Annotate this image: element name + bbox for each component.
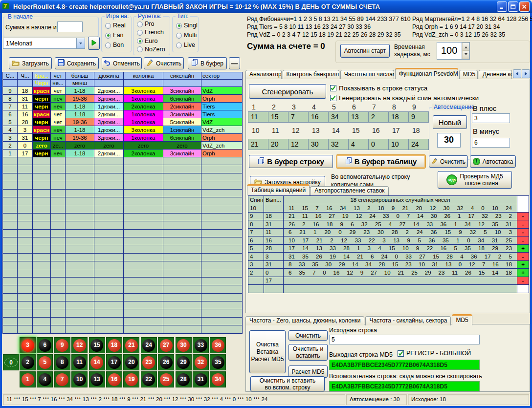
tab-scroll-left-icon[interactable] — [513, 69, 521, 78]
roulette-cell-18[interactable]: 18 — [106, 337, 122, 353]
clear-generated-button[interactable]: Очистить — [429, 155, 468, 168]
roulette-cell-34[interactable]: 34 — [210, 371, 226, 387]
preset-combobox[interactable]: 1Melonati — [3, 38, 85, 49]
roulette-cell-29[interactable]: 29 — [176, 354, 192, 370]
tab-scroll-right-icon[interactable] — [522, 69, 530, 78]
tab-analyzer[interactable]: Анализатор — [245, 70, 282, 79]
history-col-header[interactable]: чет — [51, 72, 66, 80]
roulette-cell-11[interactable]: 11 — [71, 354, 88, 370]
roulette-cell-14[interactable]: 14 — [89, 354, 105, 370]
start-sum-input[interactable] — [57, 21, 83, 32]
check-md5-button[interactable]: МД5 Проверить МД5после спина — [438, 171, 512, 189]
history-col-header[interactable]: больш — [66, 72, 94, 80]
maximize-button[interactable] — [508, 1, 518, 12]
history-col-header[interactable]: Ч... — [18, 72, 33, 80]
radio-live[interactable]: Live — [176, 42, 198, 48]
minus-input[interactable]: 6 — [472, 138, 510, 148]
history-col-header[interactable]: сикслайн — [163, 72, 201, 80]
roulette-cell-24[interactable]: 24 — [141, 337, 157, 353]
roulette-cell-33[interactable]: 33 — [193, 337, 209, 353]
radio-fan[interactable]: Fan — [105, 32, 131, 39]
roulette-cell-35[interactable]: 35 — [210, 354, 226, 370]
tab-freq-zero[interactable]: Частота - Zero, шансы, дюжины, колонки — [245, 316, 364, 325]
uppercase-checkbox[interactable] — [398, 350, 404, 357]
roulette-cell-23[interactable]: 23 — [141, 354, 157, 370]
roulette-cell-21[interactable]: 21 — [123, 337, 139, 353]
history-col-header[interactable]: С... — [3, 72, 18, 80]
radio-bon[interactable]: Bon — [105, 42, 131, 48]
minimize-button[interactable] — [497, 1, 507, 12]
close-button[interactable] — [519, 1, 530, 12]
history-col-header[interactable] — [94, 80, 124, 87]
autospin-start-button[interactable]: Автоспин старт — [340, 44, 390, 58]
radio-singl[interactable]: Singl — [176, 22, 198, 29]
history-col-header[interactable] — [201, 80, 243, 87]
auto-generate-checkbox[interactable] — [330, 95, 336, 101]
history-col-header[interactable] — [3, 80, 18, 87]
roulette-cell-31[interactable]: 31 — [193, 371, 209, 387]
tab-autobet[interactable]: Автопроставление ставок — [310, 186, 388, 195]
roulette-cell-19[interactable]: 19 — [123, 371, 139, 387]
tab-freq-sixlines[interactable]: Частота - сиклайны, сектора — [365, 316, 451, 325]
delay-spinner[interactable]: 100 — [437, 42, 470, 60]
history-col-header[interactable] — [124, 80, 163, 87]
spinner-up-icon[interactable] — [462, 43, 469, 51]
roulette-cell-9[interactable]: 9 — [54, 337, 70, 353]
roulette-cell-8[interactable]: 8 — [54, 354, 70, 370]
radio-multi[interactable]: Multi — [176, 32, 198, 39]
tab-division[interactable]: Деление ко — [479, 70, 512, 79]
roulette-cell-5[interactable]: 5 — [37, 354, 53, 370]
radio-french[interactable]: French — [137, 29, 170, 36]
tab-md5[interactable]: MD5 — [459, 70, 478, 79]
clear-paste-aux-button[interactable]: Очистить и вставитьво вспом. строку — [250, 376, 325, 391]
history-col-header[interactable]: не... — [51, 80, 66, 87]
history-col-header[interactable]: менш — [66, 80, 94, 87]
radio-real[interactable]: Real — [105, 22, 131, 29]
undo-button[interactable]: Отменить — [102, 57, 142, 69]
roulette-cell-13[interactable]: 13 — [89, 371, 105, 387]
roulette-cell-36[interactable]: 36 — [210, 337, 226, 353]
roulette-cell-25[interactable]: 25 — [158, 371, 174, 387]
roulette-cell-4[interactable]: 4 — [37, 371, 53, 387]
save-button[interactable]: Сохранить — [55, 57, 99, 69]
play-button[interactable] — [88, 37, 100, 50]
roulette-cell-1[interactable]: 1 — [20, 371, 36, 387]
radio-euro[interactable]: Euro — [137, 38, 170, 44]
collapse-button[interactable]: — — [229, 57, 240, 69]
aux-string-field[interactable]: E4DA3B7FBBCE2345D7772B0674A318D5 — [329, 381, 480, 391]
roulette-cell-16[interactable]: 16 — [106, 371, 122, 387]
roulette-cell-20[interactable]: 20 — [123, 354, 139, 370]
radio-nozero[interactable]: NoZero — [137, 46, 170, 53]
history-col-header[interactable]: Кра... — [33, 72, 51, 80]
load-button[interactable]: Загрузить — [9, 57, 52, 69]
shift-value-field[interactable]: 30 — [437, 133, 461, 148]
roulette-cell-6[interactable]: 6 — [37, 337, 53, 353]
title-bar[interactable]: 7 HelperRoullet 4.8- create helperroulle… — [0, 0, 532, 13]
md5-clear-button[interactable]: Очистить — [288, 330, 328, 341]
history-col-header[interactable] — [18, 80, 33, 87]
roulette-cell-30[interactable]: 30 — [176, 337, 192, 353]
show-status-checkbox[interactable] — [330, 85, 336, 91]
source-string-input[interactable]: 5 — [329, 335, 480, 344]
roulette-cell-26[interactable]: 26 — [158, 354, 174, 370]
buffer-row-button[interactable]: В буфер строку — [249, 155, 333, 168]
md5-multi-button[interactable]: ОчисткаВставкаРасчет MD5 — [249, 330, 286, 373]
roulette-cell-7[interactable]: 7 — [54, 371, 70, 387]
history-col-header[interactable] — [163, 80, 201, 87]
autobet-button[interactable]: ! Автоставка — [470, 155, 516, 168]
clear-button[interactable]: Очистить — [144, 57, 184, 69]
history-col-header[interactable]: дюжина — [94, 72, 124, 80]
tab-frequencies[interactable]: Частоты по числам — [340, 70, 394, 79]
plus-input[interactable]: 3 — [472, 113, 510, 123]
spinner-down-icon[interactable] — [462, 51, 469, 59]
roulette-cell-zero[interactable]: 0 — [3, 354, 19, 370]
radio-pro[interactable]: Pro — [137, 21, 170, 27]
generate-button[interactable]: Сгенерировать — [249, 84, 326, 99]
md5-hash-field[interactable]: E4DA3B7FBBCE2345D7772B0674A318D5 — [329, 360, 480, 370]
roulette-cell-22[interactable]: 22 — [141, 371, 157, 387]
tab-md5-bottom[interactable]: MD5 — [452, 314, 472, 325]
roulette-cell-28[interactable]: 28 — [176, 371, 192, 387]
roulette-cell-12[interactable]: 12 — [71, 337, 88, 353]
new-shift-button[interactable]: Новый — [433, 115, 467, 129]
tab-psevdoms[interactable]: Функционал PsevdoMS — [395, 68, 458, 79]
